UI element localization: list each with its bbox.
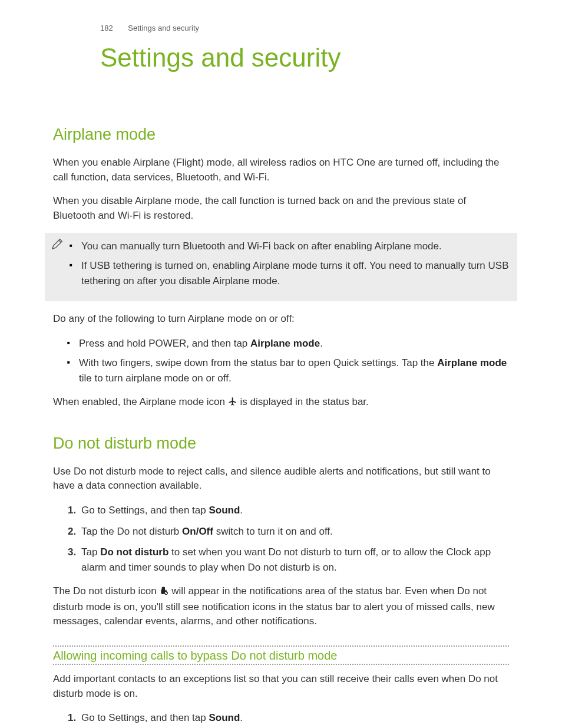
dnd-steps: Go to Settings, and then tap Sound. Tap … <box>53 503 509 575</box>
airplane-note-item: You can manually turn Bluetooth and Wi-F… <box>81 239 509 254</box>
airplane-icon <box>228 396 237 411</box>
svg-line-0 <box>59 240 61 242</box>
airplane-bullet: With two fingers, swipe down from the st… <box>79 355 509 386</box>
dnd-subheading: Allowing incoming calls to bypass Do not… <box>53 649 509 663</box>
page-number: 182 <box>100 24 113 32</box>
airplane-section: Airplane mode When you enable Airplane (… <box>53 126 509 411</box>
dnd-heading: Do not disturb mode <box>53 434 509 453</box>
dnd-p3: Add important contacts to an exceptions … <box>53 672 509 701</box>
dnd-step: Go to Settings, and then tap Sound. <box>79 710 509 726</box>
pencil-icon <box>51 238 64 254</box>
airplane-p4: When enabled, the Airplane mode icon is … <box>53 395 509 411</box>
dnd-subsection: Allowing incoming calls to bypass Do not… <box>53 645 509 665</box>
dnd-step: Tap Do not disturb to set when you want … <box>79 545 509 575</box>
airplane-note-item: If USB tethering is turned on, enabling … <box>81 258 509 288</box>
running-title: Settings and security <box>128 24 199 32</box>
dnd-p1: Use Do not disturb mode to reject calls,… <box>53 465 509 493</box>
airplane-bullet: Press and hold POWER, and then tap Airpl… <box>79 336 509 351</box>
airplane-instruction-list: Press and hold POWER, and then tap Airpl… <box>53 336 509 386</box>
document-page: 182 Settings and security Settings and s… <box>0 0 562 728</box>
airplane-p1: When you enable Airplane (Flight) mode, … <box>53 156 509 185</box>
page-header: 182 Settings and security <box>100 24 509 32</box>
dnd-step: Go to Settings, and then tap Sound. <box>79 503 509 518</box>
airplane-note-box: You can manually turn Bluetooth and Wi-F… <box>45 233 517 302</box>
dnd-section: Do not disturb mode Use Do not disturb m… <box>53 434 509 728</box>
divider-dots <box>53 645 509 647</box>
airplane-p2: When you disable Airplane mode, the call… <box>53 194 509 223</box>
hand-icon <box>159 585 168 600</box>
airplane-heading: Airplane mode <box>53 126 509 144</box>
dnd-bypass-steps: Go to Settings, and then tap Sound. Tap … <box>53 710 509 728</box>
dnd-p2: The Do not disturb icon will appear in t… <box>53 584 509 629</box>
divider-dots <box>53 664 509 665</box>
dnd-step: Tap the Do not disturb On/Off switch to … <box>79 524 509 539</box>
airplane-p3: Do any of the following to turn Airplane… <box>53 312 509 327</box>
page-title: Settings and security <box>100 43 509 73</box>
